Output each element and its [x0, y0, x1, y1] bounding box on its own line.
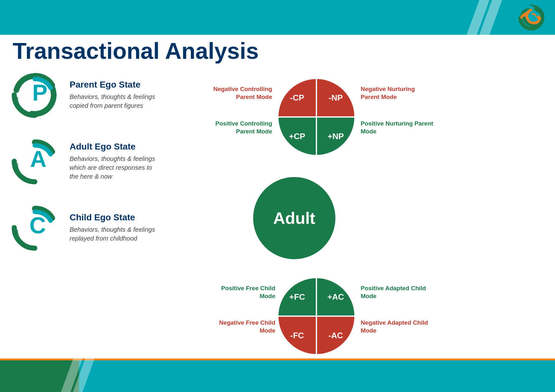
parent-icon: P — [9, 70, 60, 120]
child-ego-label: Child Ego State — [70, 212, 158, 223]
parent-left-labels: Negative Controlling Parent Mode Positiv… — [209, 85, 272, 136]
child-ego-text: Child Ego State Behaviors, thoughts & fe… — [70, 212, 158, 243]
pos-np-label: +NP — [327, 132, 344, 141]
top-slash-decoration — [466, 0, 504, 35]
pos-cp-label: +CP — [289, 132, 305, 141]
child-quadrant-chart: +FC +AC -FC -AC — [278, 278, 354, 354]
child-ego-desc: Behaviors, thoughts & feelings replayed … — [70, 225, 158, 243]
pos-fc-quad: +FC — [278, 278, 316, 316]
logo — [514, 3, 549, 32]
child-icon: C — [9, 202, 60, 253]
svg-text:P: P — [32, 80, 47, 105]
adult-circle: Adult — [253, 177, 335, 259]
adult-icon: A — [9, 136, 60, 187]
pos-fc-label: +FC — [289, 292, 305, 302]
parent-ego-label: Parent Ego State — [70, 80, 158, 90]
neg-ac-quad: -AC — [316, 316, 354, 354]
neg-np-quad: -NP — [316, 79, 354, 117]
child-left-labels: Positive Free Child Mode Negative Free C… — [209, 285, 275, 354]
pac-section: P Parent Ego State Behaviors, thoughts &… — [9, 70, 158, 253]
neg-adapted-child-label: Negative Adapted Child Mode — [361, 319, 433, 334]
child-quad-circle: +FC +AC -FC -AC — [278, 278, 354, 354]
pos-np-quad: +NP — [316, 117, 354, 155]
child-right-labels: Positive Adapted Child Mode Negative Ada… — [361, 285, 433, 354]
child-ego-item: C Child Ego State Behaviors, thoughts & … — [9, 202, 158, 253]
neg-free-child-label: Negative Free Child Mode — [209, 319, 275, 334]
neg-cp-label: -CP — [290, 93, 304, 103]
neg-controlling-label: Negative Controlling Parent Mode — [209, 85, 272, 101]
adult-ego-text: Adult Ego State Behaviors, thoughts & fe… — [70, 142, 158, 181]
neg-np-label: -NP — [329, 93, 343, 103]
svg-text:A: A — [30, 146, 47, 172]
bottom-slash-decoration — [57, 354, 95, 392]
pos-controlling-label: Positive Controlling Parent Mode — [209, 120, 272, 135]
parent-ego-item: P Parent Ego State Behaviors, thoughts &… — [9, 70, 158, 120]
page-title: Transactional Analysis — [13, 38, 259, 64]
pos-nurturing-label: Positive Nurturing Parent Mode — [361, 120, 433, 135]
adult-ego-label: Adult Ego State — [70, 142, 158, 152]
parent-quad-circle: -CP -NP +CP +NP — [278, 79, 354, 155]
adult-ego-item: A Adult Ego State Behaviors, thoughts & … — [9, 136, 158, 187]
pos-free-child-label: Positive Free Child Mode — [209, 285, 275, 300]
adult-ego-desc: Behaviors, thoughts & feelings which are… — [70, 154, 158, 181]
bottom-footer — [0, 360, 555, 392]
parent-ego-text: Parent Ego State Behaviors, thoughts & f… — [70, 80, 158, 110]
pos-ac-quad: +AC — [316, 278, 354, 316]
parent-ego-desc: Behaviors, thoughts & feelings copied fr… — [70, 92, 158, 110]
pos-adapted-child-label: Positive Adapted Child Mode — [361, 285, 433, 300]
pos-cp-quad: +CP — [278, 117, 316, 155]
neg-fc-label: -FC — [290, 331, 304, 340]
neg-nurturing-label: Negative Nurturing Parent Mode — [361, 85, 433, 101]
adult-circle-label: Adult — [273, 209, 315, 228]
neg-ac-label: -AC — [328, 331, 343, 340]
parent-right-labels: Negative Nurturing Parent Mode Positive … — [361, 85, 433, 136]
pos-ac-label: +AC — [327, 292, 344, 302]
parent-quadrant-chart: -CP -NP +CP +NP — [278, 79, 354, 155]
svg-text:C: C — [29, 213, 46, 238]
neg-cp-quad: -CP — [278, 79, 316, 117]
neg-fc-quad: -FC — [278, 316, 316, 354]
